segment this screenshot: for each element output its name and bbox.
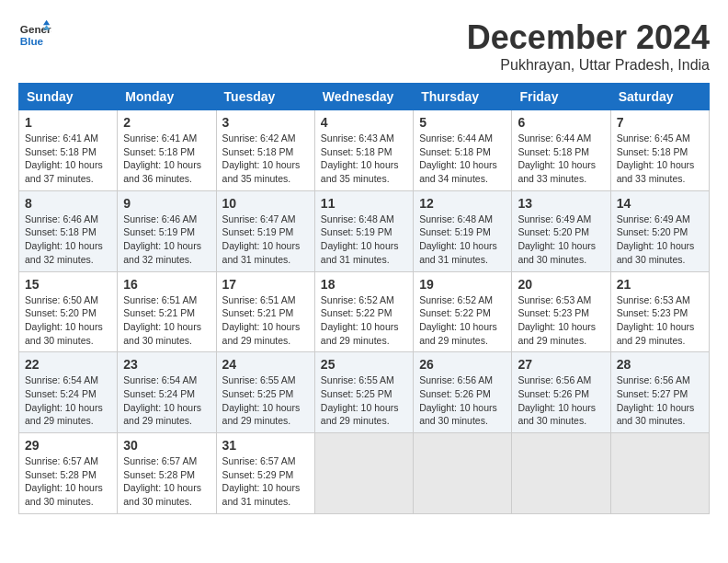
day-number: 15 <box>25 277 111 292</box>
title-area: December 2024 Pukhrayan, Uttar Pradesh, … <box>467 18 710 74</box>
calendar-cell: 18 Sunrise: 6:52 AM Sunset: 5:22 PM Dayl… <box>314 271 413 352</box>
calendar-cell: 9 Sunrise: 6:46 AM Sunset: 5:19 PM Dayli… <box>118 190 216 271</box>
day-info: Sunrise: 6:57 AM Sunset: 5:29 PM Dayligh… <box>222 454 309 509</box>
day-info: Sunrise: 6:51 AM Sunset: 5:21 PM Dayligh… <box>123 293 210 348</box>
day-info: Sunrise: 6:44 AM Sunset: 5:18 PM Dayligh… <box>419 132 506 186</box>
calendar-cell: 14 Sunrise: 6:49 AM Sunset: 5:20 PM Dayl… <box>610 190 709 271</box>
week-row-2: 8 Sunrise: 6:46 AM Sunset: 5:18 PM Dayli… <box>19 190 710 271</box>
calendar-cell: 29 Sunrise: 6:57 AM Sunset: 5:28 PM Dayl… <box>19 433 118 514</box>
day-number: 29 <box>25 438 111 453</box>
day-info: Sunrise: 6:52 AM Sunset: 5:22 PM Dayligh… <box>321 293 407 348</box>
day-number: 19 <box>419 277 506 292</box>
col-wednesday: Wednesday <box>314 84 413 110</box>
calendar-cell: 16 Sunrise: 6:51 AM Sunset: 5:21 PM Dayl… <box>118 271 216 352</box>
calendar-cell: 26 Sunrise: 6:56 AM Sunset: 5:26 PM Dayl… <box>414 352 512 433</box>
day-info: Sunrise: 6:56 AM Sunset: 5:26 PM Dayligh… <box>419 373 506 428</box>
day-number: 31 <box>222 438 309 453</box>
day-number: 17 <box>222 277 309 292</box>
day-info: Sunrise: 6:56 AM Sunset: 5:26 PM Dayligh… <box>518 373 604 428</box>
day-info: Sunrise: 6:44 AM Sunset: 5:18 PM Dayligh… <box>518 132 604 186</box>
calendar-cell: 1 Sunrise: 6:41 AM Sunset: 5:18 PM Dayli… <box>19 110 118 191</box>
calendar-cell <box>512 433 610 514</box>
day-info: Sunrise: 6:53 AM Sunset: 5:23 PM Dayligh… <box>518 293 604 348</box>
calendar-cell <box>610 433 709 514</box>
day-number: 30 <box>123 438 210 453</box>
col-sunday: Sunday <box>19 84 118 110</box>
day-info: Sunrise: 6:42 AM Sunset: 5:18 PM Dayligh… <box>222 132 309 186</box>
day-number: 28 <box>617 357 703 372</box>
calendar-cell: 12 Sunrise: 6:48 AM Sunset: 5:19 PM Dayl… <box>414 190 512 271</box>
calendar-cell: 22 Sunrise: 6:54 AM Sunset: 5:24 PM Dayl… <box>19 352 118 433</box>
day-number: 14 <box>617 196 703 211</box>
week-row-4: 22 Sunrise: 6:54 AM Sunset: 5:24 PM Dayl… <box>19 352 710 433</box>
calendar-cell: 27 Sunrise: 6:56 AM Sunset: 5:26 PM Dayl… <box>512 352 610 433</box>
col-thursday: Thursday <box>414 84 512 110</box>
calendar-cell: 15 Sunrise: 6:50 AM Sunset: 5:20 PM Dayl… <box>19 271 118 352</box>
day-number: 1 <box>25 115 111 130</box>
day-info: Sunrise: 6:43 AM Sunset: 5:18 PM Dayligh… <box>321 132 407 186</box>
day-info: Sunrise: 6:48 AM Sunset: 5:19 PM Dayligh… <box>321 213 407 267</box>
calendar-cell <box>314 433 413 514</box>
day-number: 25 <box>321 357 407 372</box>
week-row-5: 29 Sunrise: 6:57 AM Sunset: 5:28 PM Dayl… <box>19 433 710 514</box>
day-info: Sunrise: 6:49 AM Sunset: 5:20 PM Dayligh… <box>518 213 604 267</box>
calendar-cell: 13 Sunrise: 6:49 AM Sunset: 5:20 PM Dayl… <box>512 190 610 271</box>
day-info: Sunrise: 6:52 AM Sunset: 5:22 PM Dayligh… <box>419 293 506 348</box>
day-number: 20 <box>518 277 604 292</box>
col-monday: Monday <box>118 84 216 110</box>
day-number: 12 <box>419 196 506 211</box>
day-info: Sunrise: 6:57 AM Sunset: 5:28 PM Dayligh… <box>123 454 210 509</box>
day-number: 22 <box>25 357 111 372</box>
calendar-cell: 8 Sunrise: 6:46 AM Sunset: 5:18 PM Dayli… <box>19 190 118 271</box>
day-info: Sunrise: 6:49 AM Sunset: 5:20 PM Dayligh… <box>617 213 703 267</box>
calendar-cell: 25 Sunrise: 6:55 AM Sunset: 5:25 PM Dayl… <box>314 352 413 433</box>
day-info: Sunrise: 6:41 AM Sunset: 5:18 PM Dayligh… <box>123 132 210 186</box>
day-info: Sunrise: 6:54 AM Sunset: 5:24 PM Dayligh… <box>123 373 210 428</box>
day-number: 6 <box>518 115 604 130</box>
calendar-cell: 23 Sunrise: 6:54 AM Sunset: 5:24 PM Dayl… <box>118 352 216 433</box>
calendar-cell: 20 Sunrise: 6:53 AM Sunset: 5:23 PM Dayl… <box>512 271 610 352</box>
calendar-cell: 19 Sunrise: 6:52 AM Sunset: 5:22 PM Dayl… <box>414 271 512 352</box>
col-tuesday: Tuesday <box>216 84 314 110</box>
col-saturday: Saturday <box>610 84 709 110</box>
calendar-cell: 28 Sunrise: 6:56 AM Sunset: 5:27 PM Dayl… <box>610 352 709 433</box>
day-number: 13 <box>518 196 604 211</box>
week-row-3: 15 Sunrise: 6:50 AM Sunset: 5:20 PM Dayl… <box>19 271 710 352</box>
calendar-cell: 21 Sunrise: 6:53 AM Sunset: 5:23 PM Dayl… <box>610 271 709 352</box>
calendar-cell: 7 Sunrise: 6:45 AM Sunset: 5:18 PM Dayli… <box>610 110 709 191</box>
day-info: Sunrise: 6:55 AM Sunset: 5:25 PM Dayligh… <box>321 373 407 428</box>
day-info: Sunrise: 6:54 AM Sunset: 5:24 PM Dayligh… <box>25 373 111 428</box>
day-info: Sunrise: 6:48 AM Sunset: 5:19 PM Dayligh… <box>419 213 506 267</box>
location: Pukhrayan, Uttar Pradesh, India <box>467 57 710 74</box>
calendar-cell: 10 Sunrise: 6:47 AM Sunset: 5:19 PM Dayl… <box>216 190 314 271</box>
day-info: Sunrise: 6:55 AM Sunset: 5:25 PM Dayligh… <box>222 373 309 428</box>
day-number: 16 <box>123 277 210 292</box>
day-number: 7 <box>617 115 703 130</box>
logo: General Blue <box>18 18 51 52</box>
day-number: 23 <box>123 357 210 372</box>
day-number: 18 <box>321 277 407 292</box>
day-number: 2 <box>123 115 210 130</box>
day-info: Sunrise: 6:46 AM Sunset: 5:19 PM Dayligh… <box>123 213 210 267</box>
day-info: Sunrise: 6:41 AM Sunset: 5:18 PM Dayligh… <box>25 132 111 186</box>
day-info: Sunrise: 6:51 AM Sunset: 5:21 PM Dayligh… <box>222 293 309 348</box>
calendar-cell: 24 Sunrise: 6:55 AM Sunset: 5:25 PM Dayl… <box>216 352 314 433</box>
day-number: 27 <box>518 357 604 372</box>
calendar-header-row: Sunday Monday Tuesday Wednesday Thursday… <box>19 84 710 110</box>
calendar-cell: 11 Sunrise: 6:48 AM Sunset: 5:19 PM Dayl… <box>314 190 413 271</box>
calendar-cell: 5 Sunrise: 6:44 AM Sunset: 5:18 PM Dayli… <box>414 110 512 191</box>
day-info: Sunrise: 6:46 AM Sunset: 5:18 PM Dayligh… <box>25 213 111 267</box>
week-row-1: 1 Sunrise: 6:41 AM Sunset: 5:18 PM Dayli… <box>19 110 710 191</box>
col-friday: Friday <box>512 84 610 110</box>
day-number: 8 <box>25 196 111 211</box>
day-info: Sunrise: 6:45 AM Sunset: 5:18 PM Dayligh… <box>617 132 703 186</box>
calendar-cell: 2 Sunrise: 6:41 AM Sunset: 5:18 PM Dayli… <box>118 110 216 191</box>
day-info: Sunrise: 6:57 AM Sunset: 5:28 PM Dayligh… <box>25 454 111 509</box>
month-title: December 2024 <box>467 18 710 57</box>
day-info: Sunrise: 6:47 AM Sunset: 5:19 PM Dayligh… <box>222 213 309 267</box>
page-header: General Blue December 2024 Pukhrayan, Ut… <box>18 18 710 74</box>
calendar-cell: 17 Sunrise: 6:51 AM Sunset: 5:21 PM Dayl… <box>216 271 314 352</box>
calendar-table: Sunday Monday Tuesday Wednesday Thursday… <box>18 83 710 514</box>
day-number: 21 <box>617 277 703 292</box>
calendar-cell: 4 Sunrise: 6:43 AM Sunset: 5:18 PM Dayli… <box>314 110 413 191</box>
